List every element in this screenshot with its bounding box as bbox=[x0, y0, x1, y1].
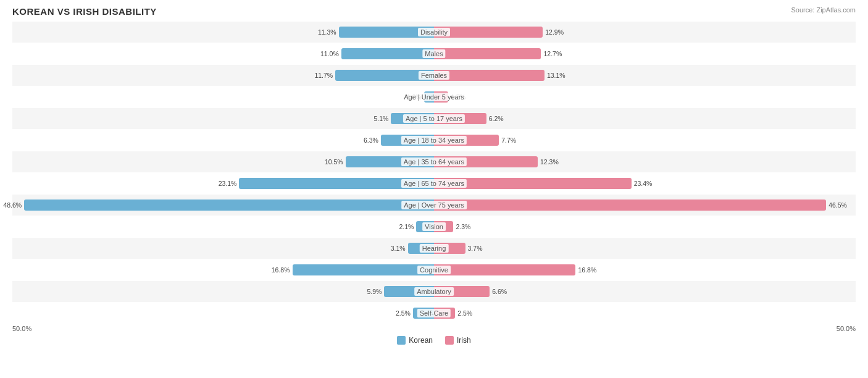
bar-left-korean bbox=[341, 48, 434, 59]
bar-center-label: Age | 5 to 17 years bbox=[403, 114, 465, 123]
bar-inner: Age | Under 5 years 1.2% 1.7% bbox=[12, 86, 856, 107]
val-left: 2.1% bbox=[399, 223, 414, 230]
bar-row: Cognitive 16.8% 16.8% bbox=[12, 259, 856, 280]
irish-legend-label: Irish bbox=[457, 336, 471, 345]
bar-inner: Ambulatory 5.9% 6.6% bbox=[12, 281, 856, 302]
bar-row: Vision 2.1% 2.3% bbox=[12, 216, 856, 237]
bar-center-label: Females bbox=[419, 71, 449, 80]
bar-row: Hearing 3.1% 3.7% bbox=[12, 238, 856, 259]
legend-irish: Irish bbox=[445, 336, 471, 345]
bar-inner: Hearing 3.1% 3.7% bbox=[12, 238, 856, 259]
val-right: 13.1% bbox=[547, 72, 565, 79]
chart-title: KOREAN VS IRISH DISABILITY bbox=[12, 6, 157, 17]
bar-right-irish bbox=[434, 70, 545, 81]
bar-right-irish bbox=[434, 200, 826, 211]
val-right: 3.7% bbox=[468, 245, 483, 252]
source-text: Source: ZipAtlas.com bbox=[791, 6, 856, 14]
bar-inner: Males 11.0% 12.7% bbox=[12, 43, 856, 64]
val-left: 11.3% bbox=[318, 28, 336, 36]
bar-row: Self-Care 2.5% 2.5% bbox=[12, 303, 856, 324]
bar-center-label: Vision bbox=[422, 222, 446, 231]
val-left: 11.0% bbox=[320, 50, 339, 57]
bar-center-label: Age | 65 to 74 years bbox=[401, 179, 467, 188]
bar-inner: Vision 2.1% 2.3% bbox=[12, 216, 856, 237]
bar-inner: Age | 5 to 17 years 5.1% 6.2% bbox=[12, 108, 856, 129]
bar-row: Disability 11.3% 12.9% bbox=[12, 22, 856, 43]
axis-left-label: 50.0% bbox=[12, 325, 31, 332]
val-left: 10.5% bbox=[325, 158, 343, 166]
bar-left-korean bbox=[24, 200, 434, 211]
bar-row: Age | Under 5 years 1.2% 1.7% bbox=[12, 86, 856, 107]
bar-row: Females 11.7% 13.1% bbox=[12, 65, 856, 86]
val-right: 6.6% bbox=[492, 288, 507, 295]
bar-center-label: Age | 35 to 64 years bbox=[401, 158, 467, 166]
bar-inner: Self-Care 2.5% 2.5% bbox=[12, 303, 856, 324]
bar-right-irish bbox=[434, 264, 575, 275]
bar-row: Ambulatory 5.9% 6.6% bbox=[12, 281, 856, 302]
val-left: 5.1% bbox=[373, 115, 388, 122]
bar-inner: Age | Over 75 years 48.6% 46.5% bbox=[12, 195, 856, 216]
val-left: 11.7% bbox=[314, 72, 333, 79]
val-left: 5.9% bbox=[367, 288, 382, 295]
bar-center-label: Cognitive bbox=[417, 266, 451, 274]
val-right: 6.2% bbox=[489, 115, 504, 122]
bar-inner: Disability 11.3% 12.9% bbox=[12, 22, 856, 43]
bar-center-label: Age | 18 to 34 years bbox=[401, 136, 467, 145]
bar-row: Age | 18 to 34 years 6.3% 7.7% bbox=[12, 130, 856, 151]
val-right: 16.8% bbox=[578, 266, 596, 274]
bar-inner: Age | 35 to 64 years 10.5% 12.3% bbox=[12, 151, 856, 172]
title-row: KOREAN VS IRISH DISABILITY Source: ZipAt… bbox=[12, 6, 856, 17]
chart-container: KOREAN VS IRISH DISABILITY Source: ZipAt… bbox=[0, 0, 868, 378]
bar-row: Age | 5 to 17 years 5.1% 6.2% bbox=[12, 108, 856, 129]
legend-row: Korean Irish bbox=[12, 336, 856, 345]
bar-right-irish bbox=[434, 48, 541, 59]
bar-center-label: Disability bbox=[418, 28, 450, 36]
bar-inner: Cognitive 16.8% 16.8% bbox=[12, 259, 856, 280]
val-left: 16.8% bbox=[272, 266, 290, 274]
bar-row: Males 11.0% 12.7% bbox=[12, 43, 856, 64]
val-right: 12.3% bbox=[540, 158, 559, 166]
axis-labels: 50.0% 50.0% bbox=[12, 325, 856, 332]
bar-row: Age | 65 to 74 years 23.1% 23.4% bbox=[12, 173, 856, 194]
val-right: 23.4% bbox=[634, 180, 653, 187]
bar-inner: Age | 65 to 74 years 23.1% 23.4% bbox=[12, 173, 856, 194]
bar-inner: Females 11.7% 13.1% bbox=[12, 65, 856, 86]
val-left: 48.6% bbox=[3, 201, 22, 209]
bar-center-label: Ambulatory bbox=[414, 287, 454, 296]
korean-color-box bbox=[397, 336, 406, 345]
val-right: 12.7% bbox=[543, 50, 562, 57]
bar-row: Age | 35 to 64 years 10.5% 12.3% bbox=[12, 151, 856, 172]
val-right: 2.5% bbox=[457, 309, 472, 317]
korean-legend-label: Korean bbox=[409, 336, 433, 345]
axis-right-label: 50.0% bbox=[837, 325, 856, 332]
legend-korean: Korean bbox=[397, 336, 433, 345]
bar-center-label: Males bbox=[422, 49, 445, 58]
bar-inner: Age | 18 to 34 years 6.3% 7.7% bbox=[12, 130, 856, 151]
val-right: 46.5% bbox=[828, 201, 847, 209]
bar-left-korean bbox=[293, 264, 434, 275]
val-right: 7.7% bbox=[501, 136, 516, 144]
bar-center-label: Age | Under 5 years bbox=[401, 93, 467, 101]
val-left: 3.1% bbox=[391, 245, 406, 252]
bar-center-label: Self-Care bbox=[417, 309, 451, 317]
val-left: 6.3% bbox=[364, 136, 378, 144]
bar-row: Age | Over 75 years 48.6% 46.5% bbox=[12, 195, 856, 216]
bar-right-irish bbox=[434, 27, 543, 38]
val-right: 12.9% bbox=[545, 28, 564, 36]
bar-center-label: Hearing bbox=[420, 244, 449, 253]
val-right: 2.3% bbox=[456, 223, 470, 230]
bars-area: Disability 11.3% 12.9% Males 11.0% 12.7%… bbox=[12, 22, 856, 324]
irish-color-box bbox=[445, 336, 454, 345]
val-left: 23.1% bbox=[219, 180, 237, 187]
val-left: 2.5% bbox=[396, 309, 411, 317]
bar-center-label: Age | Over 75 years bbox=[401, 201, 467, 209]
